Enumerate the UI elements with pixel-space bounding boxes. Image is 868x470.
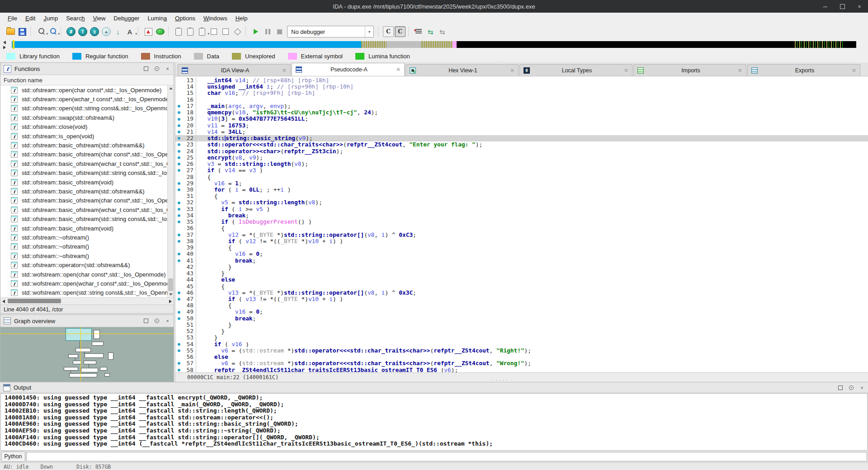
code-line[interactable]: 52 } xyxy=(175,328,868,334)
function-row[interactable]: fstd::ofstream::basic_ofstream(std::ofst… xyxy=(0,187,168,196)
tab-exports[interactable]: Exports✕ xyxy=(747,64,860,76)
strings-window-icon[interactable]: T xyxy=(77,26,88,37)
menu-debugger[interactable]: Debugger xyxy=(109,14,143,23)
lumina-icon[interactable] xyxy=(155,26,165,37)
function-row[interactable]: fstd::ofstream::close(void) xyxy=(0,122,168,132)
tab-close-icon[interactable]: ✕ xyxy=(510,68,514,73)
maximize-panel-button[interactable] xyxy=(143,318,149,324)
code-line[interactable]: 43 } xyxy=(175,270,868,277)
code-line[interactable]: 36 { xyxy=(175,225,868,231)
search-forward-icon[interactable]: ▾ xyxy=(47,26,58,37)
code-line[interactable]: 57 v6 = (std::ostream *)std::operator<<<… xyxy=(175,360,868,367)
code-line[interactable]: 26 v3 = std::string::length(v8); xyxy=(175,161,868,167)
function-row[interactable]: fstd::ofstream::basic_ofstream(char cons… xyxy=(0,196,168,205)
maximize-panel-button[interactable] xyxy=(143,66,149,72)
code-line[interactable]: 15 char v16; // [rsp+9Fh] [rbp-1h] xyxy=(175,90,868,96)
chevron-down-icon[interactable]: ▾ xyxy=(365,26,373,37)
float-panel-button[interactable] xyxy=(154,318,160,324)
code-line[interactable]: 40 v16 = 0; xyxy=(175,251,868,257)
navband-right-arrow-icon[interactable] xyxy=(3,46,6,49)
code-line[interactable]: 46 v13 = *(_BYTE *)std::string::operator… xyxy=(175,290,868,296)
functions-vertical-scrollbar[interactable] xyxy=(167,85,174,297)
code-line[interactable]: 24 std::operator>><char>(refptr__ZSt3cin… xyxy=(175,148,868,155)
font-icon[interactable]: A▾ xyxy=(124,26,135,37)
paste-struct-icon[interactable] xyxy=(173,26,184,37)
function-row[interactable]: fstd::ofstream::basic_ofstream(wchar_t c… xyxy=(0,205,168,214)
float-panel-button[interactable] xyxy=(154,66,160,72)
scroll-right-button[interactable] xyxy=(167,298,174,305)
menu-jump[interactable]: Jump xyxy=(39,14,62,23)
function-row[interactable]: fstd::ofstream::basic_ofstream(char cons… xyxy=(0,150,168,159)
menu-file[interactable]: File xyxy=(4,14,21,23)
code-line[interactable]: 34 break; xyxy=(175,212,868,219)
code-line[interactable]: 16 xyxy=(175,97,868,103)
graph-overview-canvas[interactable] xyxy=(0,327,174,381)
code-line[interactable]: 56 else xyxy=(175,354,868,360)
paste-local-type-icon[interactable]: ▾ xyxy=(197,26,208,37)
scroll-down-button[interactable] xyxy=(168,291,174,297)
tab-close-icon[interactable]: ✕ xyxy=(282,68,287,73)
code-line[interactable]: 48 { xyxy=(175,302,868,309)
names-window-icon[interactable]: # xyxy=(66,26,76,37)
diamond-icon[interactable] xyxy=(232,26,243,37)
tab-close-icon[interactable]: ✕ xyxy=(624,68,628,73)
tab-hex-view-1[interactable]: Hex View-1✕ xyxy=(406,64,519,76)
function-row[interactable]: fstd::ofstream::open(char const*,std::_I… xyxy=(0,85,168,94)
function-row[interactable]: fstd::wofstream::open(wchar_t const*,std… xyxy=(0,279,168,288)
function-row[interactable]: fstd::ofstream::~ofstream() xyxy=(0,242,168,251)
code-line[interactable]: 35 if ( IsDebuggerPresent() ) xyxy=(175,219,868,225)
code-line[interactable]: 13 __int64 v14; // [rsp+88h] [rbp-18h] xyxy=(175,77,868,84)
function-row[interactable]: fstd::ofstream::basic_ofstream(std::stri… xyxy=(0,214,168,223)
debugger-start-icon[interactable] xyxy=(250,26,261,37)
function-name-column-header[interactable]: Function name xyxy=(0,75,174,85)
function-row[interactable]: fstd::wofstream::open(char const*,std::_… xyxy=(0,270,168,279)
function-row[interactable]: fstd::ofstream::basic_ofstream(std::ofst… xyxy=(0,141,168,150)
tab-pseudocode-a[interactable]: Pseudocode-A✕ xyxy=(292,63,405,76)
code-line[interactable]: 25 encrypt(v8, v9); xyxy=(175,155,868,161)
window-list-icon[interactable] xyxy=(208,26,219,37)
function-row[interactable]: fstd::ofstream::basic_ofstream(void) xyxy=(0,178,168,187)
menu-options[interactable]: Options xyxy=(171,14,199,23)
float-panel-button[interactable] xyxy=(848,385,854,390)
splitter-handle-icon[interactable]: ····· xyxy=(492,378,509,383)
function-row[interactable]: fstd::wofstream::open(std::string const&… xyxy=(0,288,168,297)
breakpoint-marker-icon[interactable] xyxy=(143,26,154,37)
code-line[interactable]: 58 refptr__ZSt4endlIcSt11char_traitsIcEE… xyxy=(175,367,868,372)
sync-alt-icon[interactable]: ⇆ xyxy=(437,26,448,37)
code-line[interactable]: 33 if ( i >= v5 ) xyxy=(175,206,868,212)
breakpoint-list-icon[interactable] xyxy=(413,26,424,37)
code-line[interactable]: 23 std::operator<<<std::char_traits<char… xyxy=(175,141,868,148)
function-row[interactable]: fstd::ofstream::basic_ofstream(std::stri… xyxy=(0,169,168,178)
python-cli-button[interactable]: Python xyxy=(1,451,25,462)
vertical-scrollbar-thumb[interactable] xyxy=(168,278,173,291)
menu-edit[interactable]: Edit xyxy=(21,14,39,23)
code-line[interactable]: 51 } xyxy=(175,322,868,328)
function-row[interactable]: fstd::ofstream::~ofstream() xyxy=(0,251,168,260)
navband-left-arrow-icon[interactable] xyxy=(3,41,6,44)
code-line[interactable]: 44 else xyxy=(175,277,868,283)
horizontal-scrollbar-thumb[interactable] xyxy=(8,299,61,303)
dropdown-arrow-icon[interactable]: ▾ xyxy=(58,32,60,36)
close-button[interactable]: × xyxy=(854,2,864,10)
tab-close-icon[interactable]: ✕ xyxy=(738,68,742,73)
xrefs-window-icon[interactable]: ≡ xyxy=(89,26,100,37)
code-line[interactable]: 39 { xyxy=(175,244,868,251)
code-line[interactable]: 17 _main(argc, argv, envp); xyxy=(175,103,868,109)
menu-windows[interactable]: Windows xyxy=(199,14,231,23)
functions-horizontal-scrollbar[interactable] xyxy=(0,297,174,305)
navigation-band[interactable] xyxy=(12,41,856,48)
function-row[interactable]: fstd::ofstream::open(wchar_t const*,std:… xyxy=(0,94,168,103)
code-line[interactable]: 32 v5 = std::string::length(v8); xyxy=(175,199,868,206)
step-into-icon[interactable]: C xyxy=(395,26,406,37)
scroll-left-button[interactable] xyxy=(0,298,7,305)
debugger-stop-icon[interactable] xyxy=(274,26,285,37)
code-line[interactable]: 55 v6 = (std::ostream *)std::operator<<<… xyxy=(175,348,868,354)
code-line[interactable]: 47 if ( v13 != *((_BYTE *)v10 + i) ) xyxy=(175,296,868,302)
menu-help[interactable]: Help xyxy=(231,14,252,23)
paste-enum-icon[interactable] xyxy=(185,26,196,37)
code-line[interactable]: 37 v12 = *(_BYTE *)std::string::operator… xyxy=(175,232,868,238)
debugger-selector[interactable]: No debugger▾ xyxy=(287,26,374,38)
code-line[interactable]: 28 { xyxy=(175,174,868,180)
code-line[interactable]: 49 v16 = 0; xyxy=(175,309,868,315)
code-line[interactable]: 19 v10[3] = 0x5047B777E756451LL; xyxy=(175,116,868,122)
